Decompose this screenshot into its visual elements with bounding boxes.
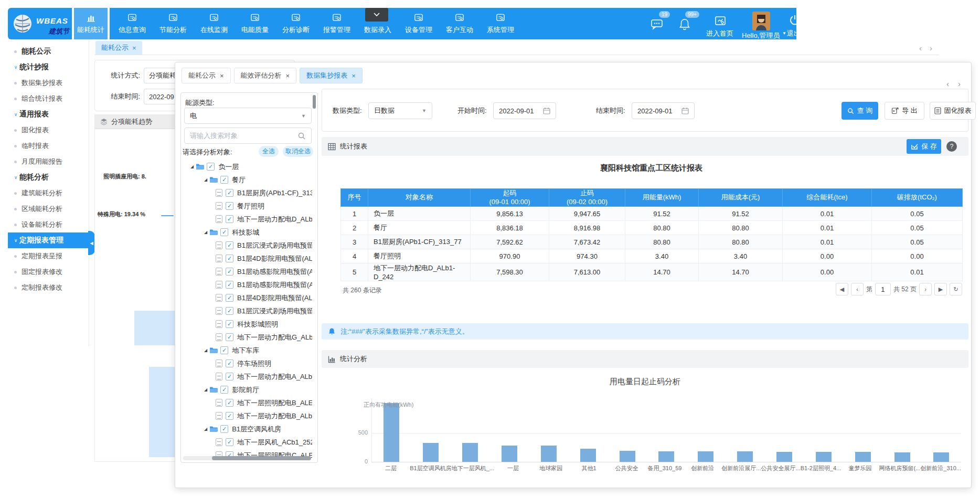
tree-node[interactable]: ✓停车场照明 — [183, 357, 312, 370]
bar[interactable] — [462, 443, 478, 462]
refresh-icon[interactable]: ↻ — [950, 283, 962, 295]
checkbox-checked[interactable]: ✓ — [226, 399, 233, 407]
tree-node[interactable]: ✓B1层厨房(APb1-CF)_313_77 — [183, 186, 312, 199]
nav-menu-item[interactable]: 客户互动 — [439, 8, 480, 39]
nav-menu-item[interactable]: 报警管理 — [316, 8, 357, 39]
page-number-input[interactable] — [875, 283, 891, 295]
tree-node[interactable]: ◢✓科技影城 — [183, 226, 312, 239]
sidebar-item[interactable]: ∨ 组合统计报表 — [8, 91, 89, 107]
nav-menu-item[interactable]: 电能质量 — [235, 8, 275, 39]
expand-icon[interactable]: ◢ — [204, 387, 207, 392]
export-button[interactable]: 导 出 — [885, 102, 924, 120]
bar[interactable] — [502, 446, 517, 462]
bell-icon[interactable] — [678, 18, 691, 31]
expand-icon[interactable]: ◢ — [190, 164, 194, 169]
checkbox-checked[interactable]: ✓ — [226, 281, 233, 289]
bar[interactable] — [423, 443, 439, 462]
sidebar-item[interactable]: ∨ 设备能耗分析 — [8, 217, 89, 232]
chevron-left-icon[interactable]: ‹ — [919, 44, 922, 52]
tree-node[interactable]: ✓B1层4D影院用电预留(ALb1-YY(4 — [183, 291, 312, 304]
checkbox-checked[interactable]: ✓ — [226, 320, 233, 328]
vertical-scrollbar[interactable] — [313, 95, 316, 109]
nav-menu-item[interactable]: 在线监测 — [194, 8, 235, 39]
checkbox-checked[interactable]: ✓ — [207, 163, 215, 171]
home-icon[interactable] — [714, 15, 727, 27]
nav-menu-item[interactable]: 系统管理 — [480, 8, 521, 39]
expand-icon[interactable]: ◢ — [204, 230, 207, 235]
message-icon[interactable] — [651, 18, 664, 30]
tree-node[interactable]: ✓B1层4D影院用电预留(ALb1-YY(4 — [183, 252, 312, 265]
deselect-all-button[interactable]: 取消全选 — [283, 146, 313, 157]
checkbox-checked[interactable]: ✓ — [220, 425, 228, 433]
tree-node[interactable]: ◢✓餐厅 — [183, 173, 312, 186]
checkbox-checked[interactable]: ✓ — [226, 215, 233, 223]
start-date-input[interactable]: 2022-09-01 — [493, 102, 556, 119]
horizontal-scrollbar[interactable] — [183, 456, 311, 460]
nav-menu-item[interactable]: 设备管理 — [398, 8, 439, 39]
sidebar-item[interactable]: ∨ 能耗公示 — [8, 44, 89, 59]
open-dropdown-indicator[interactable] — [365, 8, 388, 22]
chevron-right-icon[interactable]: › — [958, 79, 961, 88]
chevron-left-icon[interactable]: ‹ — [946, 79, 949, 88]
checkbox-checked[interactable]: ✓ — [226, 255, 233, 262]
checkbox-checked[interactable]: ✓ — [220, 176, 228, 184]
nav-menu-item[interactable]: 信息查询 — [112, 8, 153, 39]
tree-node[interactable]: ✓餐厅照明 — [183, 199, 312, 213]
table-row[interactable]: 1负一层9,856.139,947.6591.5291.520.010.05 — [341, 207, 963, 221]
last-page-button[interactable]: ▶ — [934, 283, 947, 295]
checkbox-checked[interactable]: ✓ — [226, 373, 233, 380]
tree-node[interactable]: ✓B1层动感影院用电预留(ALb1-YY — [183, 265, 312, 278]
checkbox-checked[interactable]: ✓ — [220, 228, 228, 236]
checkbox-checked[interactable]: ✓ — [226, 307, 233, 315]
sidebar-item[interactable]: ∨ 固化报表 — [8, 122, 89, 138]
tab-energy-publicity[interactable]: 能耗公示 × — [95, 41, 142, 55]
sidebar-item[interactable]: ∨ 通用报表 — [8, 107, 89, 122]
tree-node[interactable]: ◢✓影院前厅 — [183, 383, 312, 396]
save-button[interactable]: 保 存 — [907, 139, 941, 154]
sidebar-item[interactable]: ∨ 区域能耗分析 — [8, 201, 89, 217]
sidebar-item[interactable]: ∨ 定制报表修改 — [8, 280, 89, 295]
bar[interactable] — [855, 452, 871, 462]
sidebar-item[interactable]: ∨ 月度用能报告 — [8, 154, 89, 170]
content-tab[interactable]: 数据集抄报表 × — [300, 68, 363, 83]
tree-node[interactable]: ✓科技影城照明 — [183, 318, 312, 331]
tree-node[interactable]: ✓地下一层动力配电B_ALb1-B_267 — [183, 409, 312, 422]
scrollbar-thumb[interactable] — [212, 456, 311, 460]
tree-node[interactable]: ✓地下一层照明配电B_ALEb1-B_26 — [183, 396, 312, 409]
tree-node[interactable]: ✓地下一层风机_ACb1_252 — [183, 436, 312, 449]
prev-page-button[interactable]: ‹ — [851, 283, 864, 295]
bar[interactable] — [698, 451, 713, 462]
end-date-input[interactable]: 2022-09-01 — [632, 102, 695, 119]
bar[interactable] — [894, 452, 910, 462]
checkbox-checked[interactable]: ✓ — [226, 268, 233, 276]
sidebar-item[interactable]: ∨ 统计抄报 — [8, 59, 89, 75]
tree-node[interactable]: ✓B1层沉浸式剧场用电预留(ALb1-Y — [183, 239, 312, 252]
close-icon[interactable]: × — [220, 72, 224, 80]
close-icon[interactable]: × — [132, 44, 136, 52]
checkbox-checked[interactable]: ✓ — [226, 438, 233, 446]
nav-item-active[interactable]: 能耗统计 — [74, 8, 108, 39]
expand-icon[interactable]: ◢ — [204, 348, 207, 353]
bar[interactable] — [776, 452, 792, 462]
checkbox-checked[interactable]: ✓ — [226, 359, 233, 367]
checkbox-checked[interactable]: ✓ — [226, 412, 233, 420]
query-button[interactable]: 查 询 — [841, 102, 878, 120]
tree-node[interactable]: ✓地下一层动力配电D_ALb1-D_242 — [183, 213, 312, 226]
sidebar-item[interactable]: ∨ 数据集抄报表 — [8, 75, 89, 91]
avatar[interactable] — [752, 12, 770, 30]
checkbox-checked[interactable]: ✓ — [226, 241, 233, 249]
search-input[interactable] — [190, 132, 297, 140]
bar[interactable] — [933, 452, 949, 462]
expand-icon[interactable]: ◢ — [204, 427, 207, 431]
tree-node[interactable]: ✓B1层动感影院用电预留(ALb1-YY — [183, 278, 312, 291]
table-row[interactable]: 5地下一层动力配电D_ALb1-D_2427,598.307,613.0014.… — [341, 263, 963, 281]
sidebar-item[interactable]: ∨ 临时报表 — [8, 138, 89, 154]
nav-menu-item[interactable]: 分析诊断 — [275, 8, 316, 39]
table-row[interactable]: 2餐厅8,836.188,916.9880.8080.800.010.05 — [341, 221, 963, 235]
chevron-right-icon[interactable]: › — [930, 44, 932, 52]
nav-menu-item[interactable]: 节能分析 — [153, 8, 194, 39]
bar[interactable] — [580, 449, 596, 462]
first-page-button[interactable]: ◀ — [836, 283, 848, 295]
close-icon[interactable]: × — [286, 72, 290, 80]
tree-node[interactable]: ✓地下一层动力配电G_ALb1-G_269 — [183, 331, 312, 344]
